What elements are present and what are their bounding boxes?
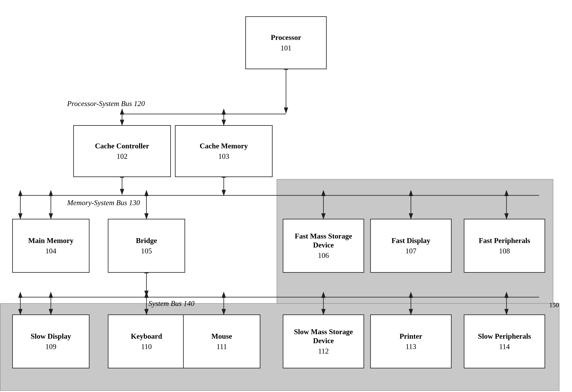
slow-mass-storage-label: Slow Mass Storage Device (286, 327, 362, 345)
fast-peripherals-num: 108 (499, 247, 510, 255)
fast-peripherals-label: Fast Peripherals (479, 236, 530, 245)
svg-point-29 (50, 296, 52, 298)
memory-system-bus-label: Memory-System Bus 130 (67, 198, 140, 207)
system-bus-label: System Bus 140 (148, 299, 194, 308)
slow-peripherals-box: Slow Peripherals 114 (464, 314, 545, 368)
svg-point-24 (145, 194, 147, 196)
fast-mass-storage-num: 106 (318, 251, 329, 260)
mouse-label: Mouse (211, 332, 232, 341)
bridge-label: Bridge (136, 236, 157, 245)
svg-point-30 (145, 296, 147, 298)
slow-mass-storage-box: Slow Mass Storage Device 112 (283, 314, 364, 368)
bridge-box: Bridge 105 (108, 219, 185, 273)
processor-system-bus-label: Processor-System Bus 120 (67, 99, 145, 108)
slow-display-label: Slow Display (31, 332, 71, 341)
fast-peripherals-box: Fast Peripherals 108 (464, 219, 545, 273)
slow-peripherals-num: 114 (499, 342, 510, 351)
keyboard-box: Keyboard 110 (108, 314, 185, 368)
slow-display-box: Slow Display 109 (12, 314, 90, 368)
cache-controller-label: Cache Controller (95, 142, 149, 150)
main-memory-box: Main Memory 104 (12, 219, 90, 273)
printer-label: Printer (399, 332, 422, 341)
main-memory-num: 104 (45, 247, 56, 255)
slow-peripherals-label: Slow Peripherals (478, 332, 531, 341)
printer-box: Printer 113 (370, 314, 452, 368)
slow-display-num: 109 (45, 342, 56, 351)
mouse-box: Mouse 111 (183, 314, 260, 368)
cache-memory-num: 103 (218, 152, 229, 161)
diagram: Processor 101 Processor-System Bus 120 C… (0, 0, 572, 392)
main-memory-label: Main Memory (28, 236, 74, 245)
cache-memory-box: Cache Memory 103 (175, 125, 272, 177)
svg-point-28 (19, 194, 21, 196)
fast-display-label: Fast Display (391, 236, 430, 245)
mouse-num: 111 (216, 342, 227, 351)
processor-label: Processor (271, 33, 301, 42)
fast-display-num: 107 (405, 247, 416, 255)
svg-point-23 (50, 194, 52, 196)
keyboard-label: Keyboard (131, 332, 162, 341)
slow-mass-storage-num: 112 (318, 347, 329, 355)
processor-num: 101 (281, 44, 291, 52)
fast-mass-storage-label: Fast Mass Storage Device (286, 232, 362, 249)
bridge-num: 105 (141, 247, 152, 255)
svg-point-6 (223, 113, 225, 115)
cache-memory-label: Cache Memory (200, 142, 248, 150)
cache-controller-num: 102 (117, 152, 127, 161)
processor-box: Processor 101 (245, 16, 327, 69)
printer-num: 113 (406, 342, 416, 351)
fast-mass-storage-box: Fast Mass Storage Device 106 (283, 219, 364, 273)
svg-point-31 (223, 296, 225, 298)
keyboard-num: 110 (141, 342, 152, 351)
cache-controller-box: Cache Controller 102 (73, 125, 171, 177)
fast-region-label: 150 (549, 301, 559, 309)
fast-display-box: Fast Display 107 (370, 219, 452, 273)
